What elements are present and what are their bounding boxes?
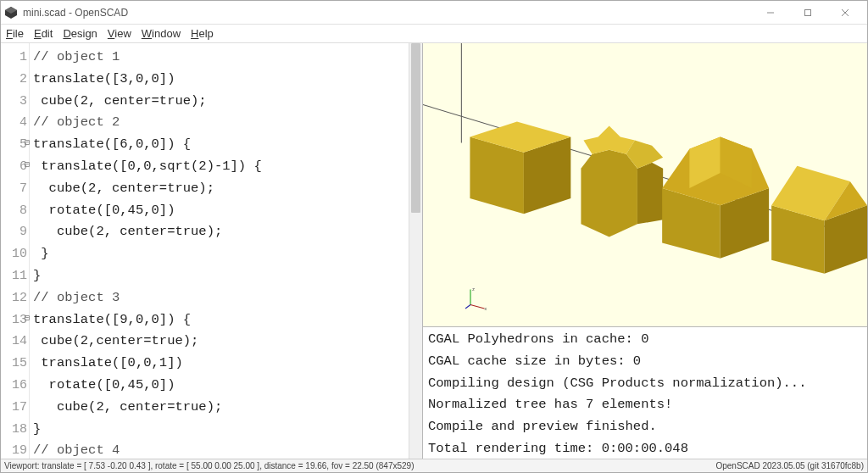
preview-object-3 (662, 137, 769, 259)
preview-object-1 (470, 121, 570, 214)
console-line: CGAL cache size in bytes: 0 (428, 353, 641, 369)
console-output[interactable]: CGAL Polyhedrons in cache: 0 CGAL cache … (423, 327, 867, 459)
menu-file[interactable]: File (6, 27, 24, 40)
console-line: Total rendering time: 0:00:00.048 (428, 441, 688, 456)
console-line: Compile and preview finished. (428, 419, 657, 434)
preview-object-2 (581, 125, 663, 236)
status-version: OpenSCAD 2023.05.05 (git 31670fc8b) (715, 461, 864, 470)
menu-bar: File Edit Design View Window Help (1, 25, 867, 43)
render-canvas (423, 43, 867, 326)
editor-pane: 1 2 3 4 5⊟ 6⊟ 7 8 9 10 11 12 13⊟ 14 15 1… (1, 43, 423, 459)
menu-help[interactable]: Help (191, 27, 214, 40)
line-number: 17 (1, 397, 29, 419)
line-number: 3 (1, 91, 29, 113)
line-number: 13⊟ (1, 309, 29, 331)
line-number: 11 (1, 265, 29, 287)
line-number: 2 (1, 69, 29, 91)
svg-text:x: x (485, 306, 487, 311)
line-number: 1 (1, 47, 29, 69)
line-number: 10 (1, 243, 29, 265)
maximize-button[interactable] (789, 1, 826, 25)
svg-marker-12 (637, 163, 663, 225)
window-title: mini.scad - OpenSCAD (23, 7, 752, 19)
menu-edit[interactable]: Edit (34, 27, 53, 40)
line-number: 16 (1, 375, 29, 397)
line-number: 18 (1, 419, 29, 441)
console-line: CGAL Polyhedrons in cache: 0 (428, 331, 648, 347)
code-editor[interactable]: // object 1 translate([3,0,0]) cube(2, c… (30, 43, 409, 459)
line-number: 8 (1, 200, 29, 222)
line-number: 14 (1, 331, 29, 353)
line-number: 6⊟ (1, 156, 29, 178)
minimize-button[interactable] (752, 1, 789, 25)
line-number: 4 (1, 112, 29, 134)
svg-line-26 (465, 305, 470, 309)
fold-icon[interactable]: ⊟ (25, 161, 30, 170)
3d-viewport[interactable]: z x (423, 43, 867, 327)
menu-view[interactable]: View (108, 27, 131, 40)
svg-rect-3 (805, 9, 811, 15)
line-number: 19 (1, 440, 29, 462)
line-number: 12 (1, 287, 29, 309)
console-line: Compiling design (CSG Products normaliza… (428, 376, 806, 391)
menu-window[interactable]: Window (142, 27, 181, 40)
app-icon (4, 6, 18, 19)
status-viewport-info: Viewport: translate = [ 7.53 -0.20 0.43 … (4, 461, 414, 470)
main-area: 1 2 3 4 5⊟ 6⊟ 7 8 9 10 11 12 13⊟ 14 15 1… (1, 43, 867, 459)
close-button[interactable] (826, 1, 864, 25)
right-pane: z x CGAL Polyhedrons in cache: 0 CGAL ca… (423, 43, 867, 459)
svg-marker-11 (581, 150, 637, 237)
axis-gizmo: z x (465, 286, 491, 311)
svg-text:z: z (472, 287, 475, 292)
line-number: 15 (1, 353, 29, 375)
fold-icon[interactable]: ⊟ (25, 139, 30, 147)
status-bar: Viewport: translate = [ 7.53 -0.20 0.43 … (1, 459, 867, 472)
console-line: Normalized tree has 7 elements! (428, 397, 672, 412)
preview-object-4 (771, 166, 867, 274)
line-number: 9 (1, 221, 29, 243)
title-bar: mini.scad - OpenSCAD (1, 1, 867, 25)
line-number: 5⊟ (1, 134, 29, 156)
scrollbar-thumb[interactable] (411, 43, 420, 213)
menu-design[interactable]: Design (63, 27, 97, 40)
editor-scrollbar[interactable] (409, 43, 422, 459)
fold-icon[interactable]: ⊟ (25, 314, 30, 323)
svg-line-25 (470, 305, 485, 309)
line-number: 7 (1, 178, 29, 200)
line-number-gutter: 1 2 3 4 5⊟ 6⊟ 7 8 9 10 11 12 13⊟ 14 15 1… (1, 43, 30, 459)
